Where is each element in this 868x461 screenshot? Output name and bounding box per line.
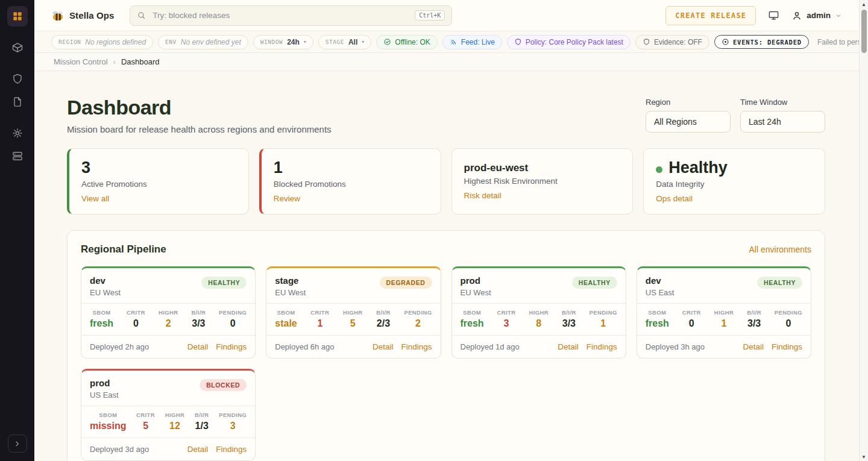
window-context-chip[interactable]: WINDOW 24h ▾ [253, 35, 313, 49]
page-content: Dashboard Mission board for release heal… [34, 71, 859, 461]
sidebar-item-settings[interactable] [7, 123, 28, 143]
feed-status-text: Feed: Live [461, 38, 495, 46]
deployed-timestamp: Deployed 1d ago [461, 342, 520, 351]
review-link[interactable]: Review [274, 194, 300, 203]
stat-column-label: B/I/R [562, 309, 576, 316]
detail-link[interactable]: Detail [373, 342, 394, 351]
create-release-button[interactable]: CREATE RELEASE [665, 6, 756, 25]
stat-column-label: SBOM [99, 412, 117, 418]
shield-icon [643, 38, 650, 46]
env-chip-label: ENV [165, 39, 177, 45]
bee-logo-icon [51, 9, 64, 22]
breadcrumb-root-link[interactable]: Mission Control [54, 57, 108, 66]
app-title: Stella Ops [69, 10, 114, 20]
evidence-status-pill: Evidence: OFF [635, 35, 709, 49]
breadcrumb: Mission Control › Dashboard [34, 53, 859, 71]
search-icon [137, 11, 146, 20]
ops-detail-link[interactable]: Ops detail [656, 194, 693, 203]
scroll-down-arrow[interactable]: ▼ [861, 453, 866, 461]
detail-link[interactable]: Detail [187, 342, 209, 351]
view-all-link[interactable]: View all [81, 194, 109, 203]
search-input[interactable] [151, 10, 409, 20]
stat-column-label: SBOM [463, 309, 481, 316]
findings-link[interactable]: Findings [216, 342, 247, 351]
events-status-pill[interactable]: EVENTS: DEGRADED [714, 35, 809, 49]
environment-grid: dev EU West HEALTHY SBOMfresh CRITR0 HIG… [81, 266, 811, 461]
search-bar: Ctrl+K [130, 5, 452, 26]
offline-status-pill: Offline: OK [376, 35, 437, 49]
keyboard-shortcut-badge: Ctrl+K [415, 10, 445, 20]
detail-link[interactable]: Detail [187, 445, 209, 454]
bir-value: 3/3 [562, 318, 576, 329]
critr-value: 1 [317, 318, 322, 329]
environment-name: prod [90, 378, 119, 388]
bir-value: 1/3 [195, 421, 209, 431]
stat-card-value: 3 [81, 158, 236, 177]
stat-card-label: Highest Risk Environment [464, 177, 621, 186]
environment-card-prod-us-east: prod US East BLOCKED SBOMmissing CRITR5 … [81, 369, 256, 461]
stat-card-value: prod-eu-west [464, 158, 621, 174]
gear-icon [11, 127, 24, 139]
scroll-up-arrow[interactable]: ▲ [861, 0, 866, 8]
user-menu[interactable]: admin [791, 10, 842, 21]
environment-name: dev [646, 275, 675, 286]
sidebar-expand-button[interactable] [8, 434, 27, 453]
environment-region: EU West [90, 288, 121, 297]
sidebar-item-documents[interactable] [7, 92, 28, 112]
status-badge: DEGRADED [380, 277, 432, 289]
chevron-down-icon: ▾ [304, 39, 306, 45]
critr-value: 3 [504, 318, 509, 329]
stat-column-label: PENDING [219, 412, 247, 418]
sbom-value: missing [90, 421, 126, 431]
stat-column-label: B/I/R [192, 309, 206, 316]
sidebar-item-security[interactable] [7, 69, 28, 89]
pending-value: 0 [230, 318, 236, 329]
environment-region: US East [646, 288, 675, 297]
risk-detail-link[interactable]: Risk detail [464, 191, 502, 200]
bir-value: 3/3 [747, 318, 761, 329]
check-circle-icon [383, 38, 391, 46]
scrollbar-thumb[interactable] [861, 10, 867, 53]
detail-link[interactable]: Detail [558, 342, 579, 351]
page-subtitle: Mission board for release health across … [67, 124, 332, 134]
brand: Stella Ops [51, 9, 114, 22]
main-column: Stella Ops Ctrl+K CREATE RELEASE admin [34, 0, 859, 461]
display-mode-button[interactable] [768, 10, 779, 21]
stat-card-label: Active Promotions [81, 180, 236, 189]
stat-column-label: B/I/R [747, 309, 761, 316]
environment-card-stage-eu-west: stage EU West DEGRADED SBOMstale CRITR1 … [266, 266, 441, 359]
sidebar-item-dashboard[interactable] [7, 6, 28, 27]
findings-link[interactable]: Findings [587, 342, 617, 351]
findings-link[interactable]: Findings [401, 342, 432, 351]
region-context-chip[interactable]: REGION No regions defined [51, 35, 153, 49]
stat-column-label: CRITR [682, 309, 701, 316]
sidebar-item-infrastructure[interactable] [7, 146, 28, 166]
region-filter-select[interactable]: All Regions [646, 111, 731, 133]
vertical-scrollbar[interactable]: ▲ ▼ [859, 0, 868, 461]
sidebar-item-releases[interactable] [7, 37, 28, 58]
detail-link[interactable]: Detail [743, 342, 764, 351]
critr-value: 5 [143, 421, 148, 431]
stage-context-chip[interactable]: STAGE All ▾ [318, 35, 371, 49]
findings-link[interactable]: Findings [216, 445, 247, 454]
status-badge: HEALTHY [572, 277, 617, 289]
env-context-chip[interactable]: ENV No env defined yet [158, 35, 248, 49]
stat-column-label: HIGHR [529, 309, 549, 316]
all-environments-link[interactable]: All environments [749, 245, 812, 254]
deployed-timestamp: Deployed 3d ago [90, 445, 149, 454]
user-name: admin [807, 11, 831, 20]
stat-column-label: HIGHR [343, 309, 363, 316]
time-window-filter-select[interactable]: Last 24h [740, 111, 825, 133]
stat-card-active-promotions: 3 Active Promotions View all [67, 148, 249, 215]
offline-status-text: Offline: OK [395, 38, 430, 46]
critr-value: 0 [133, 318, 139, 329]
env-chip-value: No env defined yet [181, 38, 241, 46]
window-chip-label: WINDOW [260, 39, 283, 45]
findings-link[interactable]: Findings [772, 342, 802, 351]
pending-value: 1 [600, 318, 606, 329]
panel-title: Regional Pipeline [81, 243, 166, 256]
stat-card-label: Data Integrity [656, 180, 813, 189]
environment-card-dev-us-east: dev US East HEALTHY SBOMfresh CRITR0 HIG… [637, 266, 811, 359]
stat-card-label: Blocked Promotions [274, 180, 429, 189]
pending-value: 3 [230, 421, 236, 431]
